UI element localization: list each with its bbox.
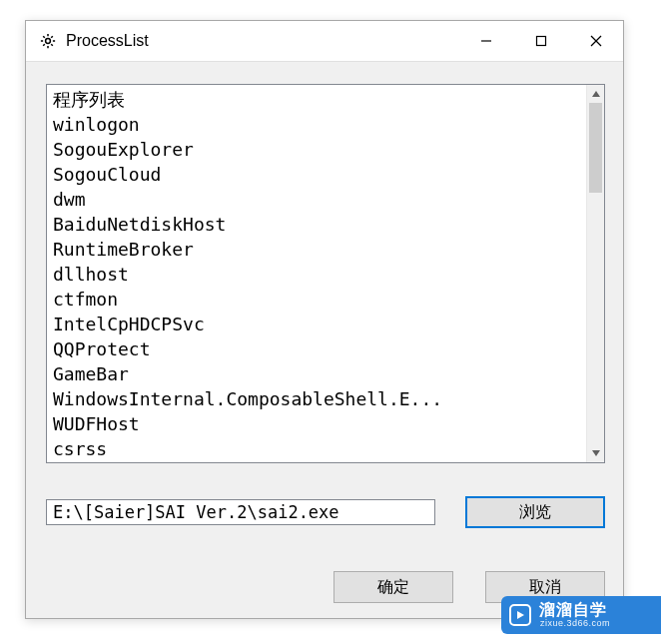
- scroll-down-icon[interactable]: [587, 444, 604, 462]
- svg-marker-5: [592, 91, 600, 97]
- list-items: 程序列表 winlogon SogouExplorer SogouCloud d…: [47, 85, 586, 462]
- list-item[interactable]: WindowsInternal.ComposableShell.E...: [53, 386, 580, 411]
- browse-button[interactable]: 浏览: [465, 496, 605, 528]
- list-item[interactable]: ctfmon: [53, 287, 580, 312]
- titlebar[interactable]: ProcessList: [26, 21, 623, 61]
- watermark-subtext: zixue.3d66.com: [540, 619, 610, 628]
- list-item[interactable]: SogouCloud: [53, 162, 580, 187]
- scroll-up-icon[interactable]: [587, 85, 604, 103]
- path-input[interactable]: [46, 499, 435, 525]
- list-item[interactable]: BaiduNetdiskHost: [53, 212, 580, 237]
- ok-button-label: 确定: [377, 577, 409, 598]
- play-icon: [509, 604, 531, 626]
- list-item[interactable]: GameBar: [53, 361, 580, 386]
- gear-icon: [38, 31, 58, 51]
- svg-marker-6: [592, 450, 600, 456]
- ok-button[interactable]: 确定: [333, 571, 453, 603]
- client-area: 程序列表 winlogon SogouExplorer SogouCloud d…: [26, 61, 623, 618]
- list-item[interactable]: WUDFHost: [53, 411, 580, 436]
- svg-marker-7: [517, 611, 524, 619]
- dialog-window: ProcessList 程序列表 winlogon SogouExplorer: [25, 20, 624, 619]
- scrollbar-thumb[interactable]: [589, 103, 602, 193]
- svg-rect-2: [536, 37, 545, 46]
- minimize-button[interactable]: [458, 21, 513, 61]
- process-listbox[interactable]: 程序列表 winlogon SogouExplorer SogouCloud d…: [46, 84, 605, 463]
- window-controls: [458, 21, 623, 61]
- list-item[interactable]: QQProtect: [53, 336, 580, 361]
- cancel-button-label: 取消: [529, 577, 561, 598]
- list-header[interactable]: 程序列表: [53, 87, 580, 112]
- list-item[interactable]: RuntimeBroker: [53, 237, 580, 262]
- window-title: ProcessList: [66, 32, 458, 50]
- watermark-badge: 溜溜自学 zixue.3d66.com: [501, 596, 661, 634]
- list-item[interactable]: dllhost: [53, 262, 580, 287]
- list-item[interactable]: dwm: [53, 187, 580, 212]
- list-item[interactable]: winlogon: [53, 112, 580, 137]
- maximize-button[interactable]: [513, 21, 568, 61]
- list-item[interactable]: IntelCpHDCPSvc: [53, 312, 580, 336]
- vertical-scrollbar[interactable]: [586, 85, 604, 462]
- list-item[interactable]: SogouExplorer: [53, 137, 580, 162]
- svg-point-0: [46, 39, 51, 44]
- watermark-text: 溜溜自学: [539, 602, 610, 618]
- close-button[interactable]: [568, 21, 623, 61]
- browse-button-label: 浏览: [519, 502, 551, 523]
- list-item[interactable]: csrss: [53, 436, 580, 461]
